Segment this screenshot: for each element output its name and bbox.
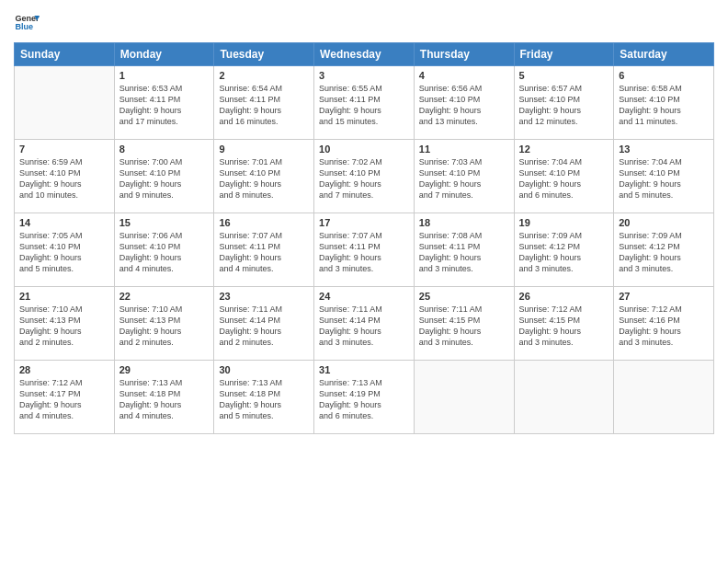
day-info: Sunrise: 6:57 AM Sunset: 4:10 PM Dayligh… [519,83,609,128]
calendar-cell: 23Sunrise: 7:11 AM Sunset: 4:14 PM Dayli… [214,287,314,361]
day-info: Sunrise: 7:11 AM Sunset: 4:15 PM Dayligh… [419,304,509,349]
day-info: Sunrise: 6:59 AM Sunset: 4:10 PM Dayligh… [19,156,109,201]
calendar-week-1: 7Sunrise: 6:59 AM Sunset: 4:10 PM Daylig… [15,140,714,213]
day-number: 9 [219,144,309,155]
calendar-cell: 9Sunrise: 7:01 AM Sunset: 4:10 PM Daylig… [214,140,314,213]
day-number: 24 [319,291,409,302]
day-info: Sunrise: 7:11 AM Sunset: 4:14 PM Dayligh… [319,304,409,349]
calendar-cell: 2Sunrise: 6:54 AM Sunset: 4:11 PM Daylig… [214,66,314,140]
day-number: 2 [219,70,309,81]
day-number: 25 [419,291,509,302]
calendar-cell: 25Sunrise: 7:11 AM Sunset: 4:15 PM Dayli… [414,287,514,361]
calendar-cell: 26Sunrise: 7:12 AM Sunset: 4:15 PM Dayli… [514,287,614,361]
day-number: 21 [19,291,109,302]
calendar-table: SundayMondayTuesdayWednesdayThursdayFrid… [14,42,714,434]
day-number: 27 [619,291,709,302]
page: General Blue SundayMondayTuesdayWednesda… [0,0,728,563]
day-number: 22 [119,291,210,302]
day-info: Sunrise: 7:11 AM Sunset: 4:14 PM Dayligh… [219,304,309,349]
day-number: 30 [219,364,309,375]
calendar-cell: 10Sunrise: 7:02 AM Sunset: 4:10 PM Dayli… [314,140,415,213]
day-info: Sunrise: 7:13 AM Sunset: 4:19 PM Dayligh… [319,377,409,422]
calendar-cell [15,66,115,140]
calendar-cell: 29Sunrise: 7:13 AM Sunset: 4:18 PM Dayli… [114,361,214,434]
day-number: 10 [319,144,409,155]
calendar-cell: 14Sunrise: 7:05 AM Sunset: 4:10 PM Dayli… [15,213,115,287]
calendar-cell: 5Sunrise: 6:57 AM Sunset: 4:10 PM Daylig… [514,66,614,140]
calendar-week-3: 21Sunrise: 7:10 AM Sunset: 4:13 PM Dayli… [15,287,714,361]
day-info: Sunrise: 7:07 AM Sunset: 4:11 PM Dayligh… [219,230,309,275]
calendar-cell: 20Sunrise: 7:09 AM Sunset: 4:12 PM Dayli… [614,213,714,287]
day-info: Sunrise: 7:12 AM Sunset: 4:17 PM Dayligh… [19,377,109,422]
calendar-cell: 22Sunrise: 7:10 AM Sunset: 4:13 PM Dayli… [114,287,214,361]
calendar-cell: 3Sunrise: 6:55 AM Sunset: 4:11 PM Daylig… [314,66,415,140]
day-number: 14 [19,217,109,228]
weekday-header-row: SundayMondayTuesdayWednesdayThursdayFrid… [15,43,714,66]
weekday-header-wednesday: Wednesday [314,43,415,66]
calendar-cell: 30Sunrise: 7:13 AM Sunset: 4:18 PM Dayli… [214,361,314,434]
calendar-week-2: 14Sunrise: 7:05 AM Sunset: 4:10 PM Dayli… [15,213,714,287]
day-number: 29 [119,364,210,375]
calendar-cell: 11Sunrise: 7:03 AM Sunset: 4:10 PM Dayli… [414,140,514,213]
day-number: 12 [519,144,609,155]
day-number: 13 [619,144,709,155]
calendar-cell: 24Sunrise: 7:11 AM Sunset: 4:14 PM Dayli… [314,287,415,361]
day-info: Sunrise: 7:07 AM Sunset: 4:11 PM Dayligh… [319,230,409,275]
day-number: 3 [319,70,409,81]
svg-text:Blue: Blue [15,22,33,31]
day-info: Sunrise: 7:13 AM Sunset: 4:18 PM Dayligh… [219,377,309,422]
weekday-header-sunday: Sunday [15,43,115,66]
day-number: 26 [519,291,609,302]
day-number: 15 [119,217,210,228]
weekday-header-friday: Friday [514,43,614,66]
calendar-cell: 27Sunrise: 7:12 AM Sunset: 4:16 PM Dayli… [614,287,714,361]
day-info: Sunrise: 7:12 AM Sunset: 4:16 PM Dayligh… [619,304,709,349]
day-info: Sunrise: 7:05 AM Sunset: 4:10 PM Dayligh… [19,230,109,275]
day-number: 17 [319,217,409,228]
day-number: 5 [519,70,609,81]
weekday-header-monday: Monday [114,43,214,66]
header: General Blue [14,9,714,35]
day-info: Sunrise: 7:01 AM Sunset: 4:10 PM Dayligh… [219,156,309,201]
calendar-cell: 12Sunrise: 7:04 AM Sunset: 4:10 PM Dayli… [514,140,614,213]
day-info: Sunrise: 7:02 AM Sunset: 4:10 PM Dayligh… [319,156,409,201]
calendar-cell: 13Sunrise: 7:04 AM Sunset: 4:10 PM Dayli… [614,140,714,213]
day-info: Sunrise: 7:13 AM Sunset: 4:18 PM Dayligh… [119,377,210,422]
logo-icon: General Blue [14,9,40,35]
calendar-cell: 28Sunrise: 7:12 AM Sunset: 4:17 PM Dayli… [15,361,115,434]
day-number: 8 [119,144,210,155]
day-number: 20 [619,217,709,228]
calendar-week-0: 1Sunrise: 6:53 AM Sunset: 4:11 PM Daylig… [15,66,714,140]
weekday-header-thursday: Thursday [414,43,514,66]
day-info: Sunrise: 6:56 AM Sunset: 4:10 PM Dayligh… [419,83,509,128]
day-number: 31 [319,364,409,375]
calendar-cell: 18Sunrise: 7:08 AM Sunset: 4:11 PM Dayli… [414,213,514,287]
day-info: Sunrise: 6:58 AM Sunset: 4:10 PM Dayligh… [619,83,709,128]
calendar-cell: 4Sunrise: 6:56 AM Sunset: 4:10 PM Daylig… [414,66,514,140]
day-number: 11 [419,144,509,155]
calendar-cell: 31Sunrise: 7:13 AM Sunset: 4:19 PM Dayli… [314,361,415,434]
day-number: 4 [419,70,509,81]
day-info: Sunrise: 7:09 AM Sunset: 4:12 PM Dayligh… [619,230,709,275]
day-info: Sunrise: 7:09 AM Sunset: 4:12 PM Dayligh… [519,230,609,275]
calendar-cell: 7Sunrise: 6:59 AM Sunset: 4:10 PM Daylig… [15,140,115,213]
calendar-week-4: 28Sunrise: 7:12 AM Sunset: 4:17 PM Dayli… [15,361,714,434]
calendar-cell [414,361,514,434]
calendar-cell: 1Sunrise: 6:53 AM Sunset: 4:11 PM Daylig… [114,66,214,140]
day-info: Sunrise: 7:12 AM Sunset: 4:15 PM Dayligh… [519,304,609,349]
day-number: 6 [619,70,709,81]
day-info: Sunrise: 6:55 AM Sunset: 4:11 PM Dayligh… [319,83,409,128]
calendar-cell [514,361,614,434]
day-info: Sunrise: 7:00 AM Sunset: 4:10 PM Dayligh… [119,156,210,201]
weekday-header-tuesday: Tuesday [214,43,314,66]
calendar-cell: 15Sunrise: 7:06 AM Sunset: 4:10 PM Dayli… [114,213,214,287]
day-info: Sunrise: 7:08 AM Sunset: 4:11 PM Dayligh… [419,230,509,275]
calendar-cell: 21Sunrise: 7:10 AM Sunset: 4:13 PM Dayli… [15,287,115,361]
calendar-cell: 16Sunrise: 7:07 AM Sunset: 4:11 PM Dayli… [214,213,314,287]
day-number: 28 [19,364,109,375]
day-number: 18 [419,217,509,228]
day-info: Sunrise: 7:10 AM Sunset: 4:13 PM Dayligh… [19,304,109,349]
logo: General Blue [14,9,40,35]
calendar-cell: 6Sunrise: 6:58 AM Sunset: 4:10 PM Daylig… [614,66,714,140]
calendar-cell: 17Sunrise: 7:07 AM Sunset: 4:11 PM Dayli… [314,213,415,287]
